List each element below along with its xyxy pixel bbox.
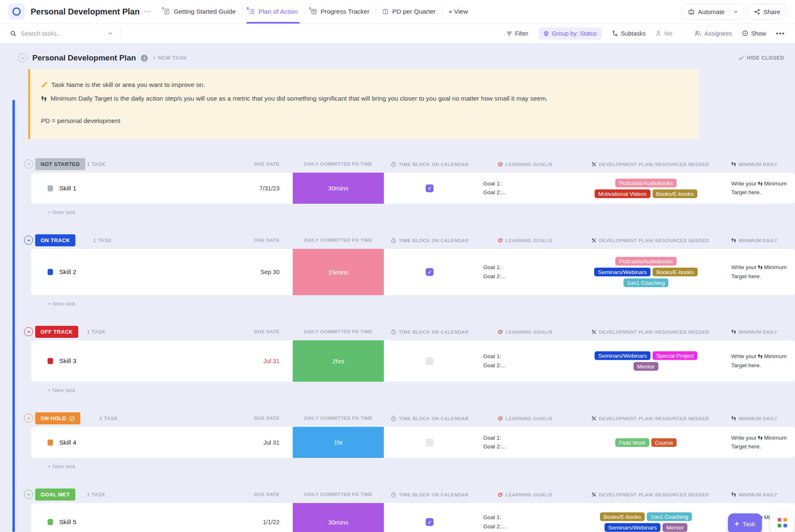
group-by-button[interactable]: Group by: Status [538,27,602,40]
subtasks-button[interactable]: Subtasks [612,30,646,37]
tab-progress-tracker[interactable]: Progress Tracker [304,0,376,23]
tag[interactable]: Books/E-books [653,268,698,277]
learning-goals[interactable]: Goal 1: Goal 2:... [483,263,506,281]
pd-time-cell[interactable]: 15mins [293,249,384,295]
task-status-icon[interactable] [48,185,53,191]
collapse-group-button[interactable] [24,327,33,336]
tag[interactable]: Seminars/Webinars [594,268,650,277]
tag[interactable]: Books/E-books [653,189,698,198]
search-box[interactable] [10,29,134,39]
tab-pd-per-quarter[interactable]: PD per Quarter [376,0,442,23]
more-options-icon[interactable]: ••• [776,30,785,37]
column-due-date[interactable]: DUE DATE [209,492,279,497]
column-due-date[interactable]: DUE DATE [209,161,279,166]
task-row[interactable]: Skill 3 Jul 31 2hrs ✓ Goal 1: Goal 2:...… [31,340,795,382]
minimum-daily-text[interactable]: Write yourMinimum Target here. [731,433,787,451]
tag[interactable]: Seminars/Webinars [595,351,651,360]
column-time-block[interactable]: TIME BLOCK ON CALENDAR [390,238,469,243]
filter-button[interactable]: Filter [506,30,528,37]
assignees-button[interactable]: Assignees [694,30,732,37]
task-row[interactable]: Skill 4 Jul 31 1hr ✓ Goal 1: Goal 2:... … [31,427,795,458]
workspace-logo[interactable] [8,3,25,20]
chevron-down-icon[interactable] [108,31,113,36]
chevron-down-icon[interactable] [733,9,738,14]
show-button[interactable]: Show [742,30,766,37]
column-dev-plan[interactable]: DEVELOPMENT PLAN/ RESOURCES NEEDED [567,492,733,497]
pd-time-cell[interactable]: 30mins [293,503,384,532]
learning-goals[interactable]: Goal 1: Goal 2:... [483,179,506,197]
column-pd-time[interactable]: DAILY COMMITTED PD TIME [293,161,384,166]
column-learning-goals[interactable]: LEARNING GOAL/S [484,161,566,167]
pd-time-cell[interactable]: 2hrs [293,340,384,382]
column-minimum-daily[interactable]: MINIMUM DAILY [731,492,778,497]
task-status-icon[interactable] [48,439,53,445]
pd-time-cell[interactable]: 1hr [293,427,384,458]
task-name[interactable]: Skill 3 [59,357,76,365]
tag[interactable]: Seminars/Webinars [605,523,661,532]
task-status-icon[interactable] [48,269,53,275]
hide-closed-button[interactable]: HIDE CLOSED [739,55,784,61]
task-status-icon[interactable] [48,519,53,525]
minimum-daily-text[interactable]: Write yourMinimum Target here. [731,179,787,197]
add-task-row[interactable]: + New task [48,463,795,469]
time-block-checkbox[interactable]: ✓ [426,268,434,276]
automate-button[interactable]: Automate [682,4,744,19]
status-badge[interactable]: ON TRACK [35,234,75,246]
add-task-row[interactable]: + New task [48,387,795,393]
task-row[interactable]: Skill 2 Sep 30 15mins ✓ Goal 1: Goal 2:.… [31,249,795,295]
column-dev-plan[interactable]: DEVELOPMENT PLAN/ RESOURCES NEEDED [567,238,733,243]
learning-goals[interactable]: Goal 1: Goal 2:... [483,433,506,451]
tag[interactable]: Podcasts/Audiobooks [615,257,677,266]
column-pd-time[interactable]: DAILY COMMITTED PD TIME [293,329,384,334]
tag[interactable]: 1on1 Coaching [647,513,692,521]
new-task-button[interactable]: + NEW TASK [153,55,187,61]
due-date[interactable]: Sep 30 [209,269,279,275]
tab-getting-started-guide[interactable]: Getting Started Guide [157,0,242,23]
learning-goals[interactable]: Goal 1: Goal 2:... [483,513,506,531]
column-dev-plan[interactable]: DEVELOPMENT PLAN/ RESOURCES NEEDED [567,329,733,335]
task-row[interactable]: Skill 1 7/31/23 30mins ✓ Goal 1: Goal 2:… [31,173,795,204]
column-minimum-daily[interactable]: MINIMUM DAILY [731,329,778,335]
add-view-button[interactable]: + View [442,0,474,23]
status-badge[interactable]: ON HOLD [35,412,80,424]
me-filter-button[interactable]: Me [655,30,672,37]
tag[interactable]: Course [651,438,677,447]
due-date[interactable]: 7/31/23 [209,185,279,192]
collapse-list-button[interactable] [18,53,27,63]
due-date[interactable]: 1/1/22 [209,519,279,525]
tag[interactable]: Field Work [615,438,649,447]
column-learning-goals[interactable]: LEARNING GOAL/S [484,238,566,243]
column-time-block[interactable]: TIME BLOCK ON CALENDAR [390,161,469,167]
status-badge[interactable]: GOAL MET [35,489,75,501]
task-name[interactable]: Skill 2 [59,268,76,276]
time-block-checkbox[interactable]: ✓ [426,518,434,526]
time-block-checkbox[interactable]: ✓ [426,184,434,192]
column-minimum-daily[interactable]: MINIMUM DAILY [731,416,778,421]
column-dev-plan[interactable]: DEVELOPMENT PLAN/ RESOURCES NEEDED [567,161,733,167]
status-badge[interactable]: NOT STARTED [35,158,85,170]
tag[interactable]: Podcasts/Audiobooks [615,178,677,187]
tag[interactable]: Motivational Videos [595,189,650,198]
create-task-button[interactable]: + Task [728,513,762,532]
column-minimum-daily[interactable]: MINIMUM DAILY [731,161,778,167]
tag[interactable]: Mentor [662,523,687,532]
column-pd-time[interactable]: DAILY COMMITTED PD TIME [293,238,384,243]
task-name[interactable]: Skill 4 [59,439,76,446]
collapse-group-button[interactable] [24,414,33,423]
task-status-icon[interactable] [48,358,53,364]
column-pd-time[interactable]: DAILY COMMITTED PD TIME [293,416,384,421]
column-time-block[interactable]: TIME BLOCK ON CALENDAR [390,329,469,335]
app-launcher-button[interactable] [770,510,794,532]
task-row[interactable]: Skill 5 1/1/22 30mins ✓ Goal 1: Goal 2:.… [31,503,795,532]
column-due-date[interactable]: DUE DATE [209,329,279,334]
title-more-icon[interactable]: ··· [144,8,152,15]
minimum-daily-text[interactable]: Write yourMinimum Target here. [731,263,787,281]
share-button[interactable]: Share [748,4,786,19]
collapse-group-button[interactable] [24,159,33,169]
tab-plan-of-action[interactable]: Plan of Action [242,0,304,23]
column-learning-goals[interactable]: LEARNING GOAL/S [484,329,566,335]
time-block-checkbox[interactable]: ✓ [426,357,434,365]
column-due-date[interactable]: DUE DATE [209,238,279,243]
add-task-row[interactable]: + New task [48,301,795,307]
minimum-daily-text[interactable]: Write yourMinimum Target here. [731,352,787,370]
